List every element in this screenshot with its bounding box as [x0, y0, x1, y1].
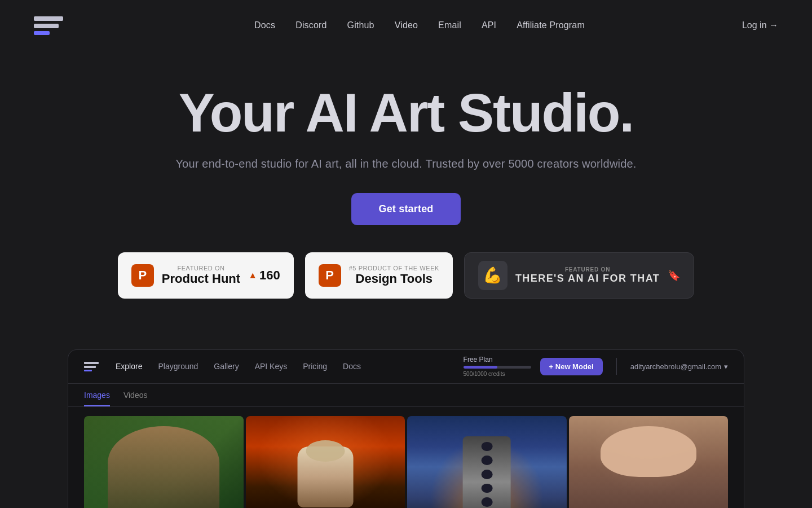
new-model-button[interactable]: + New Model	[540, 358, 603, 375]
dot-4	[481, 484, 492, 493]
credits-progress-bar	[464, 366, 531, 369]
image-tile-2[interactable]	[246, 416, 405, 508]
nav-api[interactable]: API	[482, 20, 496, 30]
image-tile-4[interactable]	[569, 416, 729, 508]
app-nav-links: Explore Playground Gallery API Keys Pric…	[116, 361, 464, 371]
credits-progress-fill	[464, 366, 497, 369]
app-nav-right: Free Plan 500/1000 credits + New Model a…	[464, 356, 728, 377]
image-tile-1[interactable]	[84, 416, 244, 508]
nav-github[interactable]: Github	[347, 20, 374, 30]
app-navbar: Explore Playground Gallery API Keys Pric…	[68, 350, 744, 384]
app-tabs: Images Videos	[68, 384, 744, 407]
badge-1-count: ▲ 160	[248, 268, 280, 283]
app-nav-explore[interactable]: Explore	[116, 362, 142, 371]
object-3	[463, 436, 511, 508]
badge-1-main-label: Product Hunt	[162, 271, 240, 286]
dot-1	[481, 442, 492, 452]
badge-3-small-label: FEATURED ON	[515, 266, 660, 273]
tab-videos[interactable]: Videos	[123, 391, 148, 406]
badge-3-text: FEATURED ON THERE'S AN AI FOR THAT	[515, 266, 660, 284]
chevron-down-icon: ▾	[724, 362, 728, 371]
product-week-badge[interactable]: P #5 PRODUCT OF THE WEEK Design Tools	[305, 252, 453, 299]
logo-bar-2	[34, 24, 59, 28]
badge-3-main-label: THERE'S AN AI FOR THAT	[515, 273, 660, 284]
main-nav: Docs Discord Github Video Email API Affi…	[0, 0, 812, 51]
badge-1-count-number: 160	[259, 268, 280, 283]
hero-headline: Your AI Art Studio.	[11, 85, 801, 142]
login-link[interactable]: Log in →	[742, 20, 778, 30]
badge-1-small-label: FEATURED ON	[162, 265, 240, 271]
dot-2	[481, 456, 492, 465]
nav-discord[interactable]: Discord	[295, 20, 326, 30]
badge-1-text: FEATURED ON Product Hunt	[162, 265, 240, 286]
nav-email[interactable]: Email	[438, 20, 461, 30]
badge-2-main-label: Design Tools	[349, 271, 439, 286]
hero-section: Your AI Art Studio. Your end-to-end stud…	[0, 51, 812, 321]
app-nav-docs[interactable]: Docs	[343, 362, 361, 371]
logo-bar-3	[34, 31, 50, 35]
image-tile-3[interactable]	[407, 416, 567, 508]
app-nav-api-keys[interactable]: API Keys	[255, 362, 288, 371]
app-preview: Explore Playground Gallery API Keys Pric…	[68, 349, 744, 508]
ai-badge-icon: 💪	[478, 261, 508, 290]
dot-5	[481, 497, 492, 507]
badge-2-small-label: #5 PRODUCT OF THE WEEK	[349, 265, 439, 271]
figure-1	[108, 426, 219, 508]
app-nav-playground[interactable]: Playground	[158, 362, 198, 371]
nav-docs[interactable]: Docs	[254, 20, 275, 30]
get-started-button[interactable]: Get started	[351, 193, 460, 225]
logo[interactable]	[34, 16, 63, 35]
app-logo	[84, 362, 99, 371]
product-hunt-badge[interactable]: P FEATURED ON Product Hunt ▲ 160	[118, 252, 294, 299]
portrait-4	[569, 416, 729, 508]
app-logo-bar-1	[84, 362, 99, 364]
nav-divider	[616, 358, 617, 375]
ai-for-that-badge[interactable]: 💪 FEATURED ON THERE'S AN AI FOR THAT 🔖	[464, 252, 694, 299]
figure-2	[297, 446, 353, 507]
app-nav-pricing[interactable]: Pricing	[303, 362, 327, 371]
upvote-arrow-icon: ▲	[248, 270, 257, 281]
free-plan-indicator: Free Plan 500/1000 credits	[464, 356, 531, 377]
user-menu[interactable]: adityarchebrolu@gmail.com ▾	[630, 362, 728, 371]
nav-links: Docs Discord Github Video Email API Affi…	[97, 20, 742, 30]
image-grid	[68, 407, 744, 508]
app-nav-gallery[interactable]: Gallery	[214, 362, 239, 371]
product-week-icon: P	[319, 264, 341, 287]
bookmark-icon: 🔖	[668, 269, 680, 282]
dot-3	[481, 470, 492, 479]
badge-2-text: #5 PRODUCT OF THE WEEK Design Tools	[349, 265, 439, 286]
app-logo-bar-2	[84, 366, 96, 368]
app-logo-bar-3	[84, 370, 92, 371]
logo-bar-1	[34, 16, 63, 21]
nav-affiliate[interactable]: Affiliate Program	[517, 20, 585, 30]
hero-subheadline: Your end-to-end studio for AI art, all i…	[11, 157, 801, 170]
product-hunt-icon: P	[131, 264, 154, 287]
free-plan-label: Free Plan	[464, 356, 531, 364]
credits-label: 500/1000 credits	[464, 371, 531, 377]
user-email-text: adityarchebrolu@gmail.com	[630, 362, 721, 371]
nav-video[interactable]: Video	[395, 20, 418, 30]
badge-row: P FEATURED ON Product Hunt ▲ 160 P #5 PR…	[11, 252, 801, 299]
tab-images[interactable]: Images	[84, 391, 110, 406]
